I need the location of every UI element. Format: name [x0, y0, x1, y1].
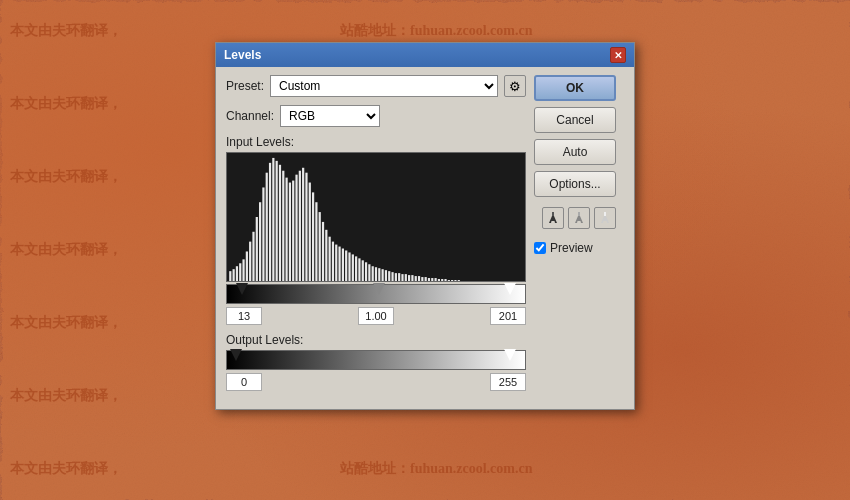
- svg-rect-77: [578, 212, 580, 216]
- svg-rect-18: [276, 161, 278, 281]
- input-levels-label: Input Levels:: [226, 135, 526, 149]
- svg-rect-32: [322, 222, 324, 281]
- svg-rect-26: [302, 168, 304, 281]
- svg-rect-75: [552, 212, 554, 216]
- svg-rect-40: [348, 252, 350, 281]
- output-levels-label: Output Levels:: [226, 333, 526, 347]
- input-black-value[interactable]: [226, 307, 262, 325]
- svg-rect-47: [372, 266, 374, 281]
- svg-rect-14: [262, 187, 264, 281]
- svg-rect-68: [441, 279, 443, 281]
- levels-dialog: Levels ✕ Preset: Custom ⚙ Channel: RGB R…: [215, 42, 635, 410]
- svg-rect-54: [395, 273, 397, 281]
- svg-rect-63: [425, 277, 427, 281]
- svg-rect-42: [355, 256, 357, 281]
- svg-rect-69: [444, 279, 446, 281]
- svg-rect-57: [405, 274, 407, 281]
- svg-rect-31: [319, 212, 321, 281]
- svg-rect-6: [236, 266, 238, 281]
- right-panel: OK Cancel Auto Options...: [534, 75, 624, 399]
- preview-row: Preview: [534, 241, 624, 255]
- svg-rect-28: [309, 183, 311, 281]
- output-values-row: [226, 373, 526, 391]
- dialog-title: Levels: [224, 48, 261, 62]
- channel-select[interactable]: RGB Red Green Blue: [280, 105, 380, 127]
- gray-eyedropper[interactable]: [568, 207, 590, 229]
- output-black-value[interactable]: [226, 373, 262, 391]
- svg-rect-65: [431, 278, 433, 281]
- svg-rect-70: [448, 280, 450, 281]
- svg-rect-36: [335, 245, 337, 281]
- svg-rect-50: [382, 269, 384, 281]
- svg-rect-49: [378, 268, 380, 281]
- svg-rect-55: [398, 273, 400, 281]
- svg-rect-22: [289, 183, 291, 281]
- svg-rect-21: [285, 178, 287, 281]
- svg-rect-24: [295, 175, 297, 281]
- input-black-thumb[interactable]: [236, 283, 248, 295]
- gear-button[interactable]: ⚙: [504, 75, 526, 97]
- preset-row: Preset: Custom ⚙: [226, 75, 526, 97]
- svg-rect-13: [259, 202, 261, 281]
- svg-rect-56: [401, 274, 403, 281]
- svg-rect-9: [246, 251, 248, 281]
- input-gray-thumb[interactable]: [373, 283, 385, 295]
- auto-button[interactable]: Auto: [534, 139, 616, 165]
- options-button[interactable]: Options...: [534, 171, 616, 197]
- svg-rect-43: [358, 258, 360, 281]
- cancel-button[interactable]: Cancel: [534, 107, 616, 133]
- output-black-thumb[interactable]: [230, 349, 242, 361]
- svg-rect-48: [375, 267, 377, 281]
- svg-rect-25: [299, 171, 301, 281]
- output-white-thumb[interactable]: [504, 349, 516, 361]
- eyedroppers-row: [534, 207, 624, 229]
- channel-row: Channel: RGB Red Green Blue: [226, 105, 526, 127]
- close-button[interactable]: ✕: [610, 47, 626, 63]
- input-white-value[interactable]: [490, 307, 526, 325]
- svg-rect-64: [428, 278, 430, 281]
- svg-rect-46: [368, 264, 370, 281]
- svg-rect-58: [408, 275, 410, 281]
- channel-label: Channel:: [226, 109, 274, 123]
- input-levels-slider[interactable]: [226, 284, 526, 304]
- svg-rect-10: [249, 242, 251, 281]
- input-white-thumb[interactable]: [504, 283, 516, 295]
- svg-rect-72: [454, 280, 456, 281]
- svg-rect-8: [242, 259, 244, 281]
- svg-rect-79: [604, 212, 606, 216]
- svg-rect-38: [342, 249, 344, 281]
- svg-rect-61: [418, 276, 420, 281]
- svg-rect-11: [252, 232, 254, 281]
- svg-rect-35: [332, 242, 334, 281]
- svg-rect-51: [385, 270, 387, 281]
- histogram: [226, 152, 526, 282]
- dialog-titlebar: Levels ✕: [216, 43, 634, 67]
- black-eyedropper[interactable]: [542, 207, 564, 229]
- svg-rect-44: [362, 260, 364, 281]
- svg-rect-29: [312, 192, 314, 281]
- preview-checkbox[interactable]: [534, 242, 546, 254]
- svg-rect-34: [329, 237, 331, 281]
- svg-rect-71: [451, 280, 453, 281]
- white-eyedropper[interactable]: [594, 207, 616, 229]
- preset-select[interactable]: Custom: [270, 75, 498, 97]
- svg-rect-52: [388, 271, 390, 281]
- output-levels-slider[interactable]: [226, 350, 526, 370]
- svg-rect-39: [345, 250, 347, 281]
- svg-rect-45: [365, 262, 367, 281]
- svg-rect-66: [434, 278, 436, 281]
- input-mid-value[interactable]: [358, 307, 394, 325]
- ok-button[interactable]: OK: [534, 75, 616, 101]
- preview-label: Preview: [550, 241, 593, 255]
- svg-rect-15: [266, 173, 268, 281]
- output-white-value[interactable]: [490, 373, 526, 391]
- svg-rect-12: [256, 217, 258, 281]
- svg-rect-3: [227, 153, 525, 281]
- svg-rect-62: [421, 277, 423, 281]
- svg-rect-16: [269, 163, 271, 281]
- svg-rect-37: [338, 247, 340, 281]
- svg-rect-53: [391, 272, 393, 281]
- svg-rect-67: [438, 279, 440, 281]
- svg-rect-7: [239, 263, 241, 281]
- svg-rect-20: [282, 171, 284, 281]
